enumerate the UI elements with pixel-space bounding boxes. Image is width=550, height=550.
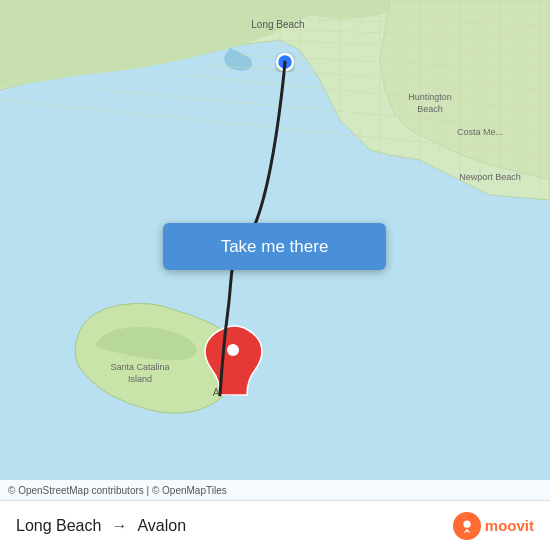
svg-text:Huntington: Huntington [408, 92, 452, 102]
take-me-there-button[interactable]: Take me there [163, 223, 386, 270]
svg-text:Santa Catalina: Santa Catalina [110, 362, 169, 372]
svg-text:Long Beach: Long Beach [251, 19, 304, 30]
svg-text:Beach: Beach [417, 104, 443, 114]
attribution-text: © OpenStreetMap contributors | © OpenMap… [8, 485, 227, 496]
moovit-text: moovit [485, 517, 534, 534]
svg-point-36 [463, 520, 470, 527]
destination-label: Avalon [137, 517, 186, 535]
map-container: Huntington Beach Costa Me... Newport Bea… [0, 0, 550, 500]
direction-arrow-icon: → [111, 517, 127, 535]
moovit-icon [453, 512, 481, 540]
svg-text:Costa Me...: Costa Me... [457, 127, 503, 137]
svg-text:Newport Beach: Newport Beach [459, 172, 521, 182]
moovit-logo: moovit [453, 512, 534, 540]
origin-label: Long Beach [16, 517, 101, 535]
svg-text:Island: Island [128, 374, 152, 384]
attribution-bar: © OpenStreetMap contributors | © OpenMap… [0, 480, 550, 500]
bottom-bar: Long Beach → Avalon moovit [0, 500, 550, 550]
svg-point-35 [227, 344, 239, 356]
